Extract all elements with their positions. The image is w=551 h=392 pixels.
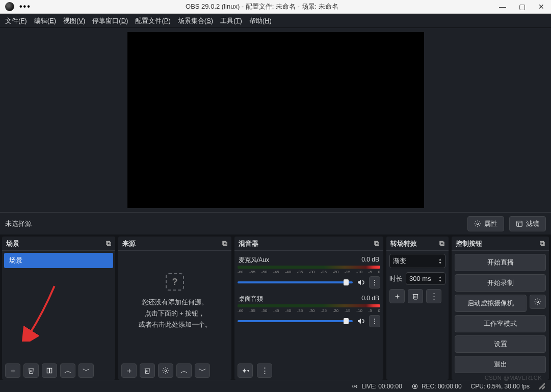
start-record-button[interactable]: 开始录制 [455,274,546,292]
window-titlebar: ••• OBS 29.0.2 (linux) - 配置文件: 未命名 - 场景:… [0,0,551,14]
mic-menu-button[interactable]: ⋮ [369,276,380,289]
scene-up-button[interactable]: ︿ [60,363,75,378]
svg-rect-5 [50,368,52,373]
virtualcam-settings-button[interactable] [530,295,546,309]
scene-down-button[interactable]: ﹀ [78,363,94,378]
gear-icon [474,220,481,227]
mixer-channel-desktop: 桌面音频 0.0 dB -60-55-50-45-40-35-30-25-20-… [238,295,380,327]
menu-tools[interactable]: 工具(T) [220,16,242,25]
mic-meter [238,266,380,269]
status-cpu: CPU: 0.5%, 30.00 fps [471,383,530,390]
studio-mode-button[interactable]: 工作室模式 [455,315,546,332]
desktop-db: 0.0 dB [361,295,379,303]
maximize-button[interactable]: ▢ [512,0,532,14]
scene-item[interactable]: 场景 [4,253,113,268]
chevron-updown-icon: ▲▼ [438,257,442,265]
menubar: 文件(F) 编辑(E) 视图(V) 停靠窗口(D) 配置文件(P) 场景集合(S… [0,14,551,28]
svg-rect-1 [517,221,522,226]
menu-help[interactable]: 帮助(H) [249,16,272,25]
preview-canvas[interactable] [127,32,424,208]
question-icon: ? [166,273,184,291]
source-properties-button[interactable] [158,363,173,378]
window-menu-dots[interactable]: ••• [19,2,31,11]
status-rec: REC: 00:00:00 [411,383,462,390]
panel-scenes: 场景 ⧉ 场景 ＋ ︿ ﹀ [2,237,115,380]
obs-logo-icon [5,2,14,11]
no-source-label: 未选择源 [5,219,32,228]
transition-title: 转场特效 [390,239,417,248]
svg-rect-4 [47,368,49,373]
desktop-menu-button[interactable]: ⋮ [369,315,380,327]
panel-sources: 来源 ⧉ ? 您还没有添加任何源。 点击下面的 + 按钮， 或者右击此处添加一个… [118,237,231,380]
mixer-channel-mic: 麦克风/Aux 0.0 dB -60-55-50-45-40-35-30-25-… [238,256,380,289]
popout-icon[interactable]: ⧉ [374,239,379,248]
source-down-button[interactable]: ﹀ [195,363,210,378]
meter-ticks: -60-55-50-45-40-35-30-25-20-15-10-50 [238,308,380,315]
menu-profile[interactable]: 配置文件(P) [135,16,170,25]
panels-row: 场景 ⧉ 场景 ＋ ︿ ﹀ 来源 ⧉ ? 您还没有 [0,234,551,380]
record-icon [411,383,418,390]
speaker-icon[interactable] [357,278,365,286]
preview-area [0,28,551,212]
minimize-button[interactable]: — [493,0,512,14]
menu-dock[interactable]: 停靠窗口(D) [92,16,128,25]
sources-title: 来源 [122,239,136,248]
duration-input[interactable]: 300 ms ▲▼ [406,272,445,285]
mic-volume-slider[interactable] [238,281,353,283]
menu-file[interactable]: 文件(F) [5,16,27,25]
source-toolbar: 未选择源 属性 滤镜 [0,212,551,234]
filters-icon [516,220,523,227]
add-source-button[interactable]: ＋ [121,363,137,378]
svg-point-7 [537,301,539,303]
start-virtualcam-button[interactable]: 启动虚拟摄像机 [455,295,527,312]
app-main: 文件(F) 编辑(E) 视图(V) 停靠窗口(D) 配置文件(P) 场景集合(S… [0,14,551,392]
transition-menu-button[interactable]: ⋮ [426,289,441,303]
popout-icon[interactable]: ⧉ [439,239,444,248]
mixer-settings-button[interactable]: ✦▾ [238,363,253,378]
start-stream-button[interactable]: 开始直播 [455,254,546,271]
exit-button[interactable]: 退出 [455,356,546,373]
panel-mixer: 混音器 ⧉ 麦克风/Aux 0.0 dB -60-55-50-45-40-35-… [234,237,383,380]
desktop-volume-slider[interactable] [238,320,353,322]
duration-label: 时长 [389,274,403,283]
mic-db: 0.0 dB [361,256,379,265]
meter-ticks: -60-55-50-45-40-35-30-25-20-15-10-50 [238,270,380,276]
svg-point-10 [414,385,416,387]
scenes-title: 场景 [6,239,19,248]
mic-label: 麦克风/Aux [239,256,269,265]
transition-select[interactable]: 渐变 ▲▼ [389,254,445,268]
desktop-label: 桌面音频 [239,295,263,303]
popout-icon[interactable]: ⧉ [222,239,227,248]
mixer-title: 混音器 [239,239,258,248]
controls-title: 控制按钮 [456,239,482,248]
filters-button[interactable]: 滤镜 [509,216,546,231]
popout-icon[interactable]: ⧉ [106,239,111,248]
delete-source-button[interactable] [140,363,155,378]
panel-controls: 控制按钮 ⧉ 开始直播 开始录制 启动虚拟摄像机 工作室模式 设置 退出 [452,237,549,380]
svg-point-0 [477,223,479,225]
sources-empty-state[interactable]: ? 您还没有添加任何源。 点击下面的 + 按钮， 或者右击此处添加一个。 [120,253,229,359]
menu-edit[interactable]: 编辑(E) [34,16,56,25]
panel-transition: 转场特效 ⧉ 渐变 ▲▼ 时长 300 ms ▲▼ ＋ [386,237,449,380]
speaker-icon[interactable] [357,317,365,325]
window-title: OBS 29.0.2 (linux) - 配置文件: 未命名 - 场景: 未命名 [31,2,493,11]
mixer-menu-button[interactable]: ⋮ [257,363,272,378]
svg-point-6 [165,370,167,372]
desktop-meter [238,304,380,307]
menu-scene-collection[interactable]: 场景集合(S) [178,16,213,25]
popout-icon[interactable]: ⧉ [540,239,545,248]
delete-scene-button[interactable] [23,363,39,378]
properties-button[interactable]: 属性 [467,216,504,231]
scene-filter-button[interactable] [42,363,57,378]
settings-button[interactable]: 设置 [455,335,546,353]
close-button[interactable]: ✕ [532,0,551,14]
add-scene-button[interactable]: ＋ [5,363,20,378]
status-live: LIVE: 00:00:00 [351,383,402,390]
resize-grip-icon[interactable] [539,383,545,389]
menu-view[interactable]: 视图(V) [63,16,85,25]
add-transition-button[interactable]: ＋ [389,289,405,303]
statusbar: LIVE: 00:00:00 REC: 00:00:00 CPU: 0.5%, … [0,380,551,392]
source-up-button[interactable]: ︿ [176,363,192,378]
chevron-updown-icon: ▲▼ [438,275,442,282]
delete-transition-button[interactable] [408,289,423,303]
